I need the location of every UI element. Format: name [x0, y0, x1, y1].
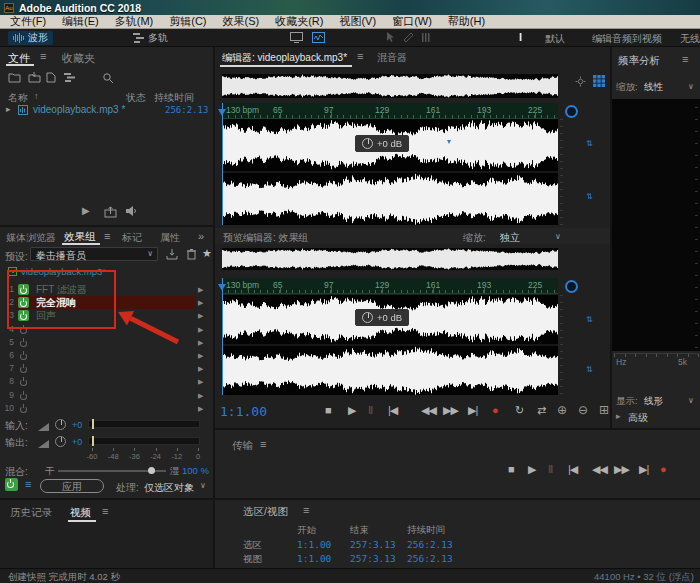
- play-button[interactable]: ▶: [528, 463, 535, 476]
- editor-panel-menu-icon[interactable]: [357, 50, 363, 62]
- freq-display-chevron-icon[interactable]: [688, 396, 694, 405]
- open-file-icon[interactable]: [8, 72, 21, 83]
- effect-options-arrow-icon[interactable]: ▶: [198, 349, 203, 362]
- skip-start-button[interactable]: |◀: [388, 404, 397, 417]
- transport-panel-menu-icon[interactable]: [260, 438, 266, 450]
- tab-video[interactable]: 视频: [70, 506, 91, 520]
- zoom-navigator[interactable]: [222, 74, 558, 98]
- menu-item-3[interactable]: 多轨(M): [107, 15, 162, 28]
- effect-options-arrow-icon[interactable]: ▶: [198, 402, 203, 415]
- zoom-selection-button[interactable]: ⊞: [599, 403, 608, 417]
- pause-button[interactable]: Ⅱ: [548, 463, 552, 476]
- loop-button[interactable]: ↻: [515, 404, 523, 417]
- timeline-ruler[interactable]: 130 bpm6597129161193225: [222, 103, 558, 119]
- rewind-button[interactable]: ◀◀: [421, 404, 436, 417]
- hud-knob-icon[interactable]: [362, 138, 373, 149]
- time-display[interactable]: 1:1.00: [220, 404, 267, 419]
- auto-play-speaker-icon[interactable]: [125, 205, 137, 217]
- mix-value[interactable]: 100 %: [182, 465, 209, 476]
- effect-options-arrow-icon[interactable]: ▶: [198, 389, 203, 402]
- channel-scale-icon[interactable]: [586, 192, 593, 201]
- effect-slot-6[interactable]: 6▶: [0, 349, 213, 362]
- record-button[interactable]: ●: [660, 463, 666, 475]
- import-file-icon[interactable]: [28, 72, 41, 83]
- output-gain-knob[interactable]: [55, 436, 66, 447]
- effect-slot-7[interactable]: 7▶: [0, 362, 213, 375]
- duration-value[interactable]: 256:2.13: [407, 553, 453, 564]
- process-chevron-icon[interactable]: [200, 481, 206, 490]
- effect-power-icon[interactable]: [18, 350, 29, 361]
- effect-options-arrow-icon[interactable]: ▶: [198, 336, 203, 349]
- preview-volume-hud[interactable]: +0 dB: [355, 309, 409, 326]
- effect-slot-4[interactable]: 4▶: [0, 323, 213, 336]
- output-gain-value[interactable]: +0: [72, 437, 82, 447]
- spectral-display-icon[interactable]: [593, 75, 605, 87]
- play-button[interactable]: ▶: [348, 404, 355, 417]
- effect-power-icon[interactable]: [18, 337, 29, 348]
- search-icon[interactable]: [102, 72, 115, 84]
- favorite-star-icon[interactable]: [202, 247, 212, 260]
- selection-panel-menu-icon[interactable]: [303, 504, 309, 516]
- freq-scale-chevron-icon[interactable]: [688, 82, 694, 91]
- delete-preset-icon[interactable]: [186, 248, 197, 260]
- effect-power-icon[interactable]: [18, 376, 29, 387]
- effect-power-icon[interactable]: [18, 363, 29, 374]
- effect-options-arrow-icon[interactable]: ▶: [198, 296, 203, 309]
- menu-item-8[interactable]: 窗口(W): [384, 15, 440, 28]
- freq-scale-value[interactable]: 线性: [644, 81, 663, 94]
- razor-tool-icon[interactable]: [403, 32, 414, 43]
- monitor-icon[interactable]: [290, 32, 303, 43]
- apply-button[interactable]: 应用: [40, 479, 104, 493]
- slip-tool-icon[interactable]: [421, 32, 431, 43]
- loop-playback-icon[interactable]: [104, 206, 117, 218]
- effect-slot-9[interactable]: 9▶: [0, 389, 213, 402]
- zoom-mode-chevron-icon[interactable]: [555, 232, 561, 241]
- mix-slider-handle[interactable]: [148, 467, 155, 474]
- zoom-out-button[interactable]: ⊖: [578, 403, 587, 417]
- effect-options-arrow-icon[interactable]: ▶: [198, 309, 203, 322]
- preview-timeline-ruler[interactable]: 130 bpm6597129161193225: [222, 278, 558, 294]
- tab-mixer[interactable]: 混音器: [377, 51, 407, 65]
- playhead[interactable]: [222, 103, 223, 225]
- record-button[interactable]: ●: [492, 404, 498, 416]
- end-value[interactable]: 257:3.13: [350, 539, 396, 550]
- advanced-expand-icon[interactable]: [616, 411, 621, 421]
- vertical-zoom-knob[interactable]: [565, 105, 578, 118]
- fast-forward-button[interactable]: ▶▶: [443, 404, 458, 417]
- tab-markers[interactable]: 标记: [122, 231, 142, 245]
- freq-display-value[interactable]: 线形: [644, 395, 663, 408]
- fast-forward-button[interactable]: ▶▶: [614, 463, 629, 476]
- channel-scale-icon[interactable]: [586, 315, 593, 324]
- menu-item-2[interactable]: 编辑(E): [54, 15, 107, 28]
- zoom-mode-value[interactable]: 独立: [500, 231, 520, 245]
- effect-options-arrow-icon[interactable]: ▶: [198, 375, 203, 388]
- tab-effects-rack[interactable]: 效果组: [64, 230, 96, 244]
- skip-end-button[interactable]: ▶|: [468, 404, 477, 417]
- waveform-view-button[interactable]: 波形: [8, 31, 53, 45]
- input-gain-value[interactable]: +0: [72, 420, 82, 430]
- input-gain-knob[interactable]: [55, 419, 66, 430]
- effects-panel-menu-icon[interactable]: [104, 230, 110, 242]
- toggle-effects-icon[interactable]: [25, 478, 31, 490]
- skip-end-button[interactable]: ▶|: [639, 463, 648, 476]
- text-cursor-icon[interactable]: I: [519, 31, 522, 43]
- tab-media-browser[interactable]: 媒体浏览器: [6, 231, 56, 245]
- metering-icon[interactable]: [312, 32, 325, 43]
- pause-button[interactable]: Ⅱ: [368, 404, 372, 417]
- preview-playhead-marker[interactable]: [218, 284, 226, 291]
- expand-icon[interactable]: [6, 104, 11, 114]
- freq-panel-menu-icon[interactable]: [682, 53, 688, 65]
- effect-slot-8[interactable]: 8▶: [0, 375, 213, 388]
- effect-slot-10[interactable]: 10▶: [0, 402, 213, 415]
- effect-power-icon[interactable]: [18, 403, 29, 414]
- menu-item-5[interactable]: 效果(S): [215, 15, 268, 28]
- workspace-button-3[interactable]: 无线电: [680, 32, 700, 46]
- duration-value[interactable]: 256:2.13: [407, 539, 453, 550]
- channel-scale-icon[interactable]: [586, 365, 593, 374]
- move-tool-icon[interactable]: [385, 32, 395, 43]
- skip-start-button[interactable]: |◀: [568, 463, 577, 476]
- zoom-in-button[interactable]: ⊕: [557, 403, 566, 417]
- menu-item-9[interactable]: 帮助(H): [440, 15, 493, 28]
- effect-options-arrow-icon[interactable]: ▶: [198, 362, 203, 375]
- files-panel-menu-icon[interactable]: [40, 50, 46, 62]
